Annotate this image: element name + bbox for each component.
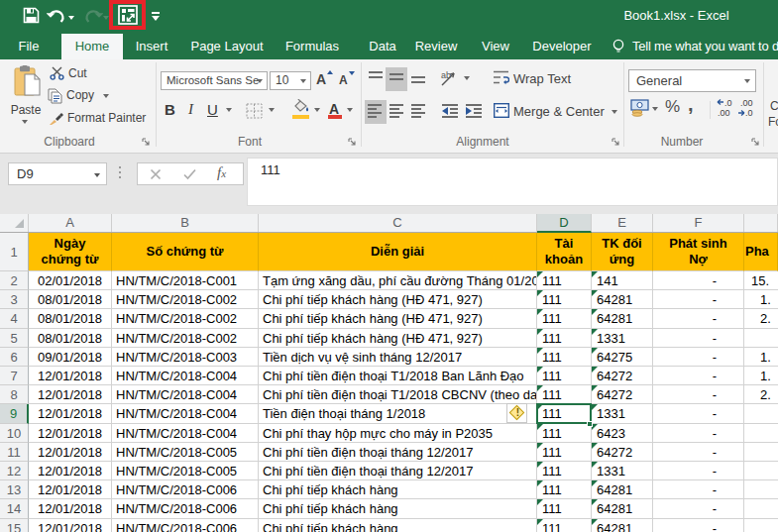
- svg-text:.0: .0: [724, 98, 732, 108]
- svg-text:.00: .00: [740, 98, 753, 108]
- svg-text:ab: ab: [441, 70, 451, 80]
- svg-text:.0: .0: [745, 108, 753, 118]
- svg-text:.00: .00: [718, 108, 730, 118]
